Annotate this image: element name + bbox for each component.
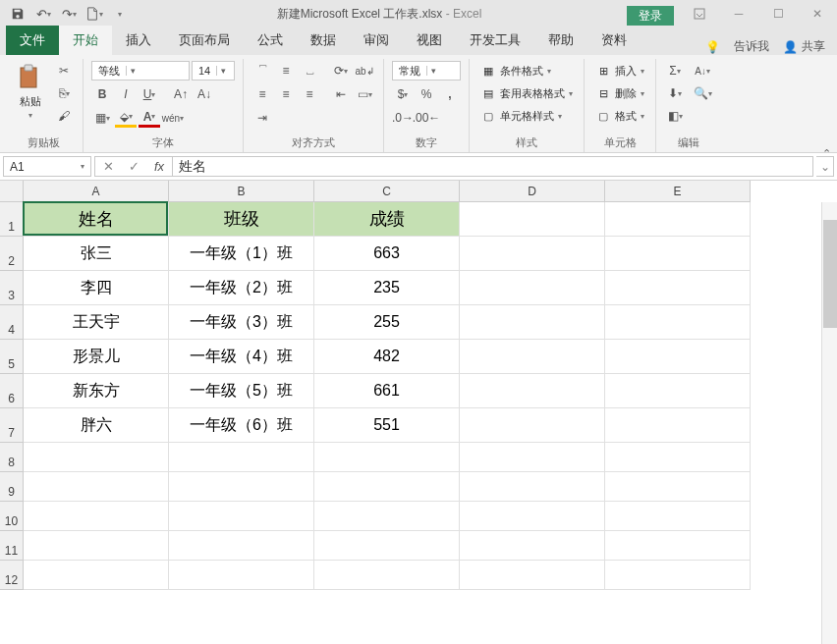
align-right-icon[interactable]: ≡ — [299, 84, 320, 104]
col-header-A[interactable]: A — [24, 181, 169, 202]
cell-A6[interactable]: 新东方 — [24, 374, 169, 408]
format-cells-button[interactable]: ▢格式▾ — [592, 106, 647, 126]
align-top-icon[interactable]: ⎴ — [251, 61, 273, 80]
tab-help[interactable]: 帮助 — [534, 26, 587, 55]
tab-review[interactable]: 审阅 — [350, 26, 403, 55]
col-header-E[interactable]: E — [605, 181, 751, 202]
cell-D9[interactable] — [460, 472, 605, 502]
sort-filter-icon[interactable]: A↓▾ — [692, 61, 713, 80]
cell-B4[interactable]: 一年级（3）班 — [169, 305, 314, 340]
cell-D12[interactable] — [460, 561, 605, 590]
paste-button[interactable]: 粘贴▾ — [12, 61, 49, 122]
share-button[interactable]: 👤共享 — [783, 38, 825, 55]
cell-B10[interactable] — [169, 502, 314, 531]
fx-icon[interactable]: fx — [146, 157, 172, 176]
tab-view[interactable]: 视图 — [403, 26, 456, 55]
increase-decimal-icon[interactable]: .0→ — [392, 108, 414, 128]
tab-file[interactable]: 文件 — [6, 26, 59, 55]
cell-C11[interactable] — [314, 531, 460, 561]
align-bottom-icon[interactable]: ⎵ — [299, 61, 320, 80]
cell-B9[interactable] — [169, 472, 314, 502]
tell-me[interactable]: 告诉我 — [734, 38, 769, 55]
cell-A11[interactable] — [24, 531, 169, 561]
row-header-12[interactable]: 12 — [0, 561, 24, 590]
cell-D5[interactable] — [460, 340, 605, 374]
cell-D8[interactable] — [460, 443, 605, 472]
col-header-C[interactable]: C — [314, 181, 460, 202]
name-box[interactable]: A1▾ — [3, 156, 91, 177]
find-select-icon[interactable]: 🔍▾ — [692, 83, 713, 103]
col-header-D[interactable]: D — [460, 181, 605, 202]
decrease-decimal-icon[interactable]: .00← — [416, 108, 437, 128]
bold-button[interactable]: B — [91, 84, 113, 104]
row-header-3[interactable]: 3 — [0, 271, 24, 305]
cell-A8[interactable] — [24, 443, 169, 472]
cell-D4[interactable] — [460, 305, 605, 340]
cell-E5[interactable] — [605, 340, 751, 374]
italic-button[interactable]: I — [115, 84, 137, 104]
cell-E7[interactable] — [605, 408, 751, 443]
cell-styles-button[interactable]: ▢单元格样式▾ — [477, 106, 565, 126]
cell-B1[interactable]: 班级 — [169, 202, 314, 237]
wrap-text-button[interactable]: ab↲ — [354, 61, 375, 80]
merge-button[interactable]: ▭▾ — [354, 84, 375, 104]
comma-icon[interactable]: , — [439, 84, 461, 104]
cut-icon[interactable]: ✂ — [53, 61, 75, 80]
cell-B8[interactable] — [169, 443, 314, 472]
close-icon[interactable]: ✕ — [798, 0, 837, 27]
clear-icon[interactable]: ◧▾ — [664, 106, 686, 126]
autosum-icon[interactable]: Σ▾ — [664, 61, 686, 80]
new-file-icon[interactable]: ▾ — [83, 2, 106, 26]
cell-C6[interactable]: 661 — [314, 374, 460, 408]
minimize-icon[interactable]: ─ — [719, 0, 758, 27]
cell-B2[interactable]: 一年级（1）班 — [169, 237, 314, 271]
insert-cells-button[interactable]: ⊞插入▾ — [592, 61, 647, 80]
percent-icon[interactable]: % — [416, 84, 437, 104]
row-header-4[interactable]: 4 — [0, 305, 24, 340]
tab-resource[interactable]: 资料 — [587, 26, 641, 55]
cell-E9[interactable] — [605, 472, 751, 502]
decrease-font-icon[interactable]: A↓ — [194, 84, 215, 104]
cell-E2[interactable] — [605, 237, 751, 271]
login-button[interactable]: 登录 — [627, 6, 674, 26]
cell-C12[interactable] — [314, 561, 460, 590]
undo-icon[interactable]: ↶▾ — [31, 2, 55, 26]
select-all-corner[interactable] — [0, 181, 24, 202]
decrease-indent-icon[interactable]: ⇤ — [330, 84, 352, 104]
tab-dev[interactable]: 开发工具 — [456, 26, 534, 55]
cell-B11[interactable] — [169, 531, 314, 561]
row-header-2[interactable]: 2 — [0, 237, 24, 271]
tab-layout[interactable]: 页面布局 — [165, 26, 244, 55]
copy-icon[interactable]: ⎘▾ — [53, 83, 75, 103]
cell-D3[interactable] — [460, 271, 605, 305]
font-size-combo[interactable]: 14▾ — [192, 61, 235, 80]
cell-C2[interactable]: 663 — [314, 237, 460, 271]
tab-data[interactable]: 数据 — [297, 26, 350, 55]
accept-formula-icon[interactable]: ✓ — [121, 157, 146, 176]
cell-C9[interactable] — [314, 472, 460, 502]
cell-A3[interactable]: 李四 — [24, 271, 169, 305]
font-color-button[interactable]: A▾ — [139, 108, 160, 128]
cancel-formula-icon[interactable]: ✕ — [95, 157, 121, 176]
row-header-5[interactable]: 5 — [0, 340, 24, 374]
row-header-11[interactable]: 11 — [0, 531, 24, 561]
cell-A4[interactable]: 王天宇 — [24, 305, 169, 340]
cell-C4[interactable]: 255 — [314, 305, 460, 340]
orientation-icon[interactable]: ⟳▾ — [330, 61, 352, 80]
qat-customize-icon[interactable]: ▾ — [108, 2, 132, 26]
cell-A1[interactable]: 姓名 — [24, 202, 169, 237]
align-center-icon[interactable]: ≡ — [275, 84, 297, 104]
row-header-1[interactable]: 1 — [0, 202, 24, 237]
cell-E3[interactable] — [605, 271, 751, 305]
increase-indent-icon[interactable]: ⇥ — [251, 108, 273, 128]
cell-B7[interactable]: 一年级（6）班 — [169, 408, 314, 443]
cell-C1[interactable]: 成绩 — [314, 202, 460, 237]
cell-C10[interactable] — [314, 502, 460, 531]
cell-D1[interactable] — [460, 202, 605, 237]
cell-B3[interactable]: 一年级（2）班 — [169, 271, 314, 305]
cell-E11[interactable] — [605, 531, 751, 561]
align-left-icon[interactable]: ≡ — [251, 84, 273, 104]
cell-C5[interactable]: 482 — [314, 340, 460, 374]
ribbon-options-icon[interactable] — [680, 0, 719, 27]
tab-formulas[interactable]: 公式 — [244, 26, 297, 55]
